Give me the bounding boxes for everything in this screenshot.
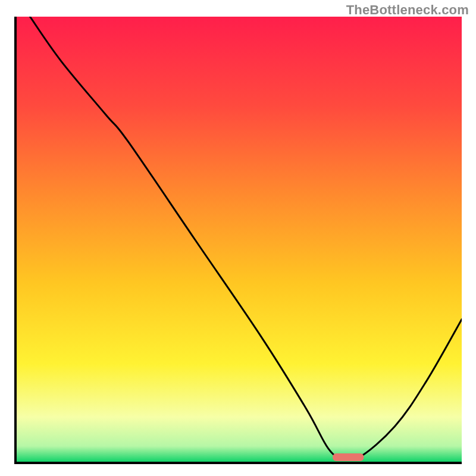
optimal-range-marker	[333, 453, 364, 461]
gradient-background	[17, 17, 462, 462]
plot-area	[14, 17, 462, 464]
chart-stage: TheBottleneck.com	[0, 0, 476, 476]
plot-svg	[17, 17, 462, 462]
watermark-text: TheBottleneck.com	[346, 2, 469, 18]
